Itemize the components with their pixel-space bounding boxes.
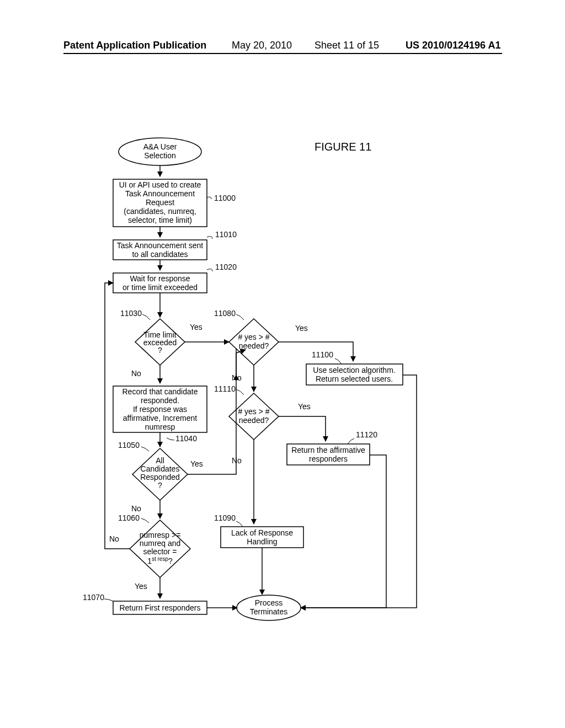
n11040-l5: numresp	[145, 422, 175, 431]
label-11080-no: No	[232, 373, 242, 382]
leader-11110	[236, 389, 244, 395]
n11010-l2: to all candidates	[132, 250, 188, 259]
node-11120: Return the affirmative responders	[287, 444, 370, 465]
ref-11030: 11030	[120, 309, 142, 318]
ref-11110: 11110	[214, 384, 236, 393]
leader-11070	[104, 599, 113, 601]
n11000-l1: UI or API used to create	[119, 180, 201, 189]
ref-11090: 11090	[214, 513, 236, 522]
n11040-l3: If response was	[133, 405, 187, 414]
n11050-l4: ?	[158, 481, 162, 490]
node-terminate: Process Terminates	[237, 595, 301, 620]
arrow-11120-term	[301, 579, 386, 608]
label-11110-no: No	[232, 456, 242, 465]
label-11030-yes: Yes	[190, 323, 202, 331]
leader-11030	[142, 314, 150, 320]
n11120-l1: Return the affirmative	[291, 446, 365, 454]
n11020-l1: Wait for response	[130, 274, 190, 283]
node-11100: Use selection algorithm. Return selected…	[306, 364, 403, 385]
n11040-l1: Record that candidate	[122, 387, 198, 396]
n11000-l5: selector, time limit)	[128, 216, 192, 224]
terminate-l1: Process	[255, 598, 283, 607]
node-start-l1: A&A User	[143, 142, 177, 151]
n11120-l2: responders	[309, 454, 348, 463]
n11040-l4: affirmative, Increment	[123, 414, 197, 422]
n11060-l3: selector =	[143, 547, 177, 556]
node-11090: Lack of Response Handling	[221, 527, 303, 548]
ref-11060: 11060	[118, 513, 140, 522]
leader-11050	[141, 447, 149, 451]
leader-11010	[207, 237, 212, 239]
ref-11080: 11080	[214, 309, 236, 318]
n11020-l2: or time limit exceeded	[122, 283, 198, 292]
ref-11050: 11050	[118, 441, 140, 449]
n11000-l2: Task Announcement	[125, 189, 195, 198]
patent-page: Patent Application Publication May 20, 2…	[0, 0, 565, 728]
leader-11120	[348, 438, 354, 444]
n11050-l3: Responded	[140, 473, 180, 481]
n11080-l1: # yes > #	[238, 333, 269, 341]
n11000-l4: (candidates, numreq,	[124, 207, 196, 216]
label-11050-yes: Yes	[190, 459, 203, 468]
ref-11070: 11070	[83, 593, 104, 602]
n11040-l2: responded.	[141, 396, 179, 405]
node-11040: Record that candidate responded. If resp…	[113, 386, 207, 432]
ref-11120: 11120	[356, 430, 377, 439]
node-11010: Task Announcement sent to all candidates	[113, 240, 207, 260]
leader-11060	[141, 518, 149, 523]
ref-11100: 11100	[312, 350, 333, 359]
n11110-l1: # yes > #	[238, 407, 269, 416]
terminate-l2: Terminates	[250, 607, 287, 616]
ref-11000: 11000	[214, 194, 236, 202]
ref-11040: 11040	[175, 434, 197, 443]
n11060-l2: numreq and	[140, 539, 181, 548]
n11080-l2: needed?	[239, 341, 269, 350]
n11090-l1: Lack of Response	[231, 528, 293, 537]
leader-11000	[207, 197, 211, 199]
node-11030: Time limit exceeded ?	[135, 319, 185, 365]
leader-11040	[167, 438, 174, 440]
node-start-l2: Selection	[144, 151, 176, 160]
leader-11090	[236, 521, 243, 527]
node-11060: numresp >= numreq and selector = 1st res…	[130, 520, 190, 577]
ref-11020: 11020	[215, 263, 237, 271]
n11050-l1: All	[156, 456, 164, 465]
node-11020: Wait for response or time limit exceeded	[113, 273, 207, 293]
n11110-l2: needed?	[239, 416, 269, 425]
leader-11100	[335, 358, 342, 364]
arrow-11110-yes	[279, 416, 326, 441]
n11090-l2: Handling	[247, 537, 277, 546]
n11100-l1: Use selection algorithm.	[313, 366, 395, 374]
label-11030-no: No	[131, 369, 141, 378]
flowchart-svg: A&A User Selection UI or API used to cre…	[0, 0, 565, 728]
node-11050: All Candidates Responded ?	[132, 448, 188, 500]
n11000-l3: Request	[146, 198, 174, 207]
n11070-l1: Return First responders	[119, 603, 200, 612]
label-11060-yes: Yes	[135, 582, 147, 591]
n11060-l4: 1st resp?	[147, 556, 173, 565]
leader-11080	[236, 314, 244, 320]
label-11080-yes: Yes	[295, 324, 308, 333]
node-start: A&A User Selection	[119, 138, 201, 165]
leader-11020	[207, 269, 212, 271]
label-11110-yes: Yes	[298, 402, 311, 411]
label-11050-no: No	[131, 504, 141, 513]
n11010-l1: Task Announcement sent	[117, 241, 204, 250]
n11030-l3: ?	[158, 346, 162, 355]
n11060-l1: numresp >=	[140, 531, 181, 539]
arrow-11100-term	[301, 375, 417, 608]
node-11000: UI or API used to create Task Announceme…	[113, 179, 207, 227]
n11100-l2: Return selected users.	[316, 374, 393, 383]
label-11060-no: No	[109, 534, 119, 543]
arrow-11120-down	[370, 455, 386, 579]
ref-11010: 11010	[215, 230, 237, 239]
n11050-l2: Candidates	[141, 464, 180, 473]
node-11070: Return First responders	[113, 601, 207, 614]
